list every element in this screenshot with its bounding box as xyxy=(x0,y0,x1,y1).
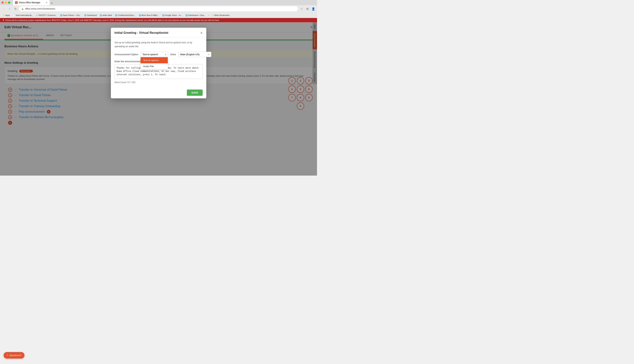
browser-chrome: O Ooma Office Manager × + ‹ › ↻ 🔒 office… xyxy=(0,0,317,18)
address-bar[interactable]: 🔒 office.ooma.com/v2/extensions xyxy=(19,6,298,12)
profile-btn[interactable]: 👤 xyxy=(311,6,316,11)
bookmark-seta-label: Seta International... xyxy=(16,14,33,16)
voice-label: Voice xyxy=(170,53,176,56)
bookmark-dashboard2-label: Dashboard ‹ Cloa... xyxy=(188,14,206,16)
more-bookmarks[interactable]: » xyxy=(208,14,209,16)
bookmark-tascet-label: TASCET | Governa... xyxy=(38,14,57,16)
back-btn: ‹ xyxy=(2,6,6,11)
save-button[interactable]: SAVE xyxy=(187,90,203,96)
bookmark-seta[interactable]: 📄 Seta International... xyxy=(12,14,34,17)
bookmark-googlevoice[interactable]: 🌐 Google Voice – In... xyxy=(161,14,184,17)
modal-close-btn[interactable]: × xyxy=(200,31,203,35)
dropdown-arrow-icon: ▾ xyxy=(165,54,166,56)
bookmarks-bar: ⭐ Apps 📄 Seta International... ⚠ TASCET … xyxy=(0,12,317,18)
tab-title: Ooma Office Manager xyxy=(19,1,40,4)
tab-close-btn[interactable]: × xyxy=(46,1,47,4)
maximize-window-btn[interactable] xyxy=(8,2,10,4)
browser-omnibar: ‹ › ↻ 🔒 office.ooma.com/v2/extensions ☆ … xyxy=(0,5,317,12)
forward-btn[interactable]: › xyxy=(7,6,12,11)
announcement-dropdown-btn[interactable]: Text-to-speech ▾ xyxy=(140,52,168,57)
voice-dropdown-arrow-icon: ▾ xyxy=(208,54,209,56)
bookmark-dave[interactable]: 🌐 Dave Petree – Out... xyxy=(59,14,82,17)
apps-icon: ⭐ xyxy=(3,14,5,16)
announcement-dropdown-wrapper: Text-to-speech ▾ Text-to-speech Audio Fi… xyxy=(140,52,168,57)
bookmark-dashboard2[interactable]: 🌐 Dashboard ‹ Cloa... xyxy=(184,14,207,17)
browser-tab-active[interactable]: O Ooma Office Manager × xyxy=(13,0,50,5)
modal-body: Set up an initial greeting using the bui… xyxy=(111,38,206,87)
bookmark-apps-label: Apps xyxy=(5,14,10,16)
seta-icon: 📄 xyxy=(13,14,15,16)
whitelabel-icon: 🌐 xyxy=(100,14,102,16)
close-window-btn[interactable] xyxy=(2,2,4,4)
googlevoice-icon: 🌐 xyxy=(162,14,164,16)
bookmark-apps[interactable]: ⭐ Apps xyxy=(2,14,11,17)
lock-icon: 🔒 xyxy=(21,8,24,10)
bookmark-whitelabel-label: white label xyxy=(103,14,112,16)
bookmark-other[interactable]: 📁 Other Bookmarks xyxy=(210,14,231,17)
browser-titlebar: O Ooma Office Manager × + xyxy=(0,0,317,5)
modal-title: Initial Greeting - Virtual Receptionist xyxy=(115,31,168,35)
voice-dropdown-btn[interactable]: Male (English-US) ▾ xyxy=(178,52,211,57)
tab-favicon: O xyxy=(15,1,18,4)
notification-bar: ℹ Ooma will be conducting system mainten… xyxy=(0,18,317,22)
other-bookmarks-icon: 📁 xyxy=(211,14,213,16)
bookmark-creditunions[interactable]: 🌐 CreditUnionsDirec... xyxy=(114,14,137,17)
announcement-option-label: Announcement Option xyxy=(115,53,138,56)
announcement-dropdown-value: Text-to-speech xyxy=(143,53,158,56)
notification-icon: ℹ xyxy=(3,19,4,22)
modal-overlay: Initial Greeting - Virtual Receptionist … xyxy=(0,22,317,176)
other-bookmarks-label: Other Bookmarks xyxy=(214,14,230,16)
bookmark-whitelabel[interactable]: 🌐 white label xyxy=(99,14,113,17)
bookmark-btn[interactable]: ☆ xyxy=(299,6,304,11)
dashboard-icon: 🌐 xyxy=(84,14,86,16)
dashboard2-icon: 🌐 xyxy=(185,14,188,16)
bookmark-8million-label: More than 8 Millio... xyxy=(142,14,159,16)
bookmark-dashboard[interactable]: 🌐 Dashboard xyxy=(83,14,98,17)
bookmark-tascet[interactable]: ⚠ TASCET | Governa... xyxy=(35,14,58,17)
bookmark-dashboard-label: Dashboard xyxy=(87,14,97,16)
url-text: office.ooma.com/v2/extensions xyxy=(25,8,55,10)
reload-btn[interactable]: ↻ xyxy=(13,6,18,11)
bookmark-googlevoice-label: Google Voice – In... xyxy=(165,14,183,16)
minimize-window-btn[interactable] xyxy=(5,2,7,4)
notification-text: Ooma will be conducting system maintenan… xyxy=(5,19,219,21)
main-content: Edit Virtual Rec... × ✓ BUSINESS HOURS A… xyxy=(0,22,317,176)
voice-dropdown-value: Male (English-US) xyxy=(180,53,200,56)
modal-header: Initial Greeting - Virtual Receptionist … xyxy=(111,28,206,38)
dropdown-option-tts[interactable]: Text-to-speech xyxy=(141,57,168,63)
8million-icon: 🌐 xyxy=(139,14,141,16)
announcement-dropdown-menu: Text-to-speech Audio File xyxy=(140,57,168,70)
modal-description: Set up an initial greeting using the bui… xyxy=(115,41,203,48)
creditunions-icon: 🌐 xyxy=(115,14,117,16)
dave-icon: 🌐 xyxy=(60,14,62,16)
dropdown-option-audiofile[interactable]: Audio File xyxy=(141,63,168,69)
new-tab-btn[interactable]: + xyxy=(51,1,53,5)
word-count: Word Count: 57 / 150 xyxy=(115,81,203,84)
bookmark-8million[interactable]: 🌐 More than 8 Millio... xyxy=(138,14,160,17)
bookmark-creditunions-label: CreditUnionsDirec... xyxy=(118,14,136,16)
bookmark-dave-label: Dave Petree – Out... xyxy=(63,14,81,16)
extensions-btn[interactable]: ⚙ xyxy=(305,6,310,11)
tascet-icon: ⚠ xyxy=(36,14,38,16)
announcement-option-row: Announcement Option Text-to-speech ▾ Tex… xyxy=(115,52,203,57)
modal-dialog: Initial Greeting - Virtual Receptionist … xyxy=(111,28,206,98)
modal-footer: SAVE xyxy=(111,87,206,98)
